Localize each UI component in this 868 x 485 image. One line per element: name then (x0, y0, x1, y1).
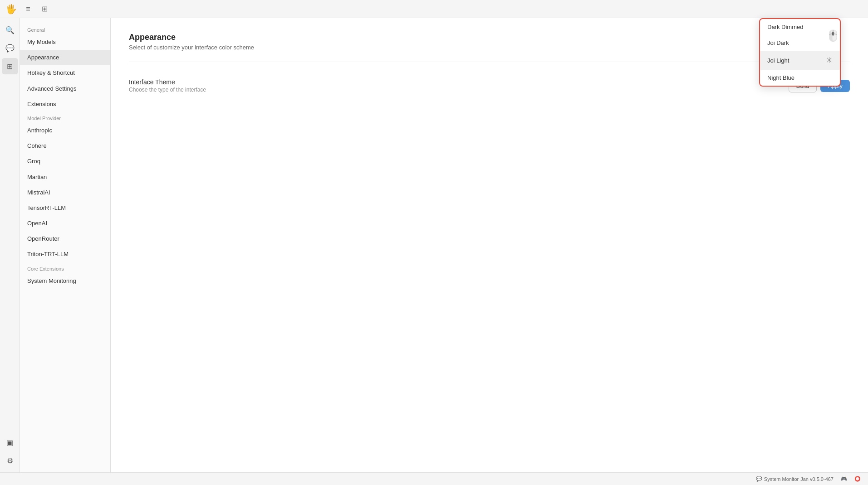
sidebar-item-anthropic[interactable]: Anthropic (20, 123, 110, 138)
statusbar: 💬 System Monitor Jan v0.5.0-467 🎮 ⭕ (0, 472, 868, 485)
layout-toggle-button[interactable]: ⊞ (40, 5, 49, 14)
dropdown-item-joi-dark[interactable]: Joi Dark (760, 35, 840, 51)
dropdown-item-night-blue[interactable]: Night Blue (760, 70, 840, 86)
appearance-desc: Select of customize your interface color… (129, 44, 850, 51)
monitor-label: System Monitor (764, 476, 799, 482)
cursor-indicator-icon: ✳ (826, 55, 833, 65)
sidebar-item-openrouter[interactable]: OpenRouter (20, 231, 110, 247)
menu-toggle-button[interactable]: ≡ (24, 5, 33, 14)
general-section-label: General (20, 24, 110, 34)
core-extensions-section-label: Core Extensions (20, 262, 110, 273)
dropdown-item-dark-dimmed[interactable]: Dark Dimmed (760, 19, 840, 35)
sidebar-item-system-monitoring[interactable]: System Monitoring (20, 273, 110, 289)
model-provider-section-label: Model Provider (20, 112, 110, 123)
titlebar: 🖐️ ≡ ⊞ (0, 0, 868, 18)
monitor-icon: 💬 (756, 476, 762, 482)
sidebar-item-mistralai[interactable]: MistralAI (20, 185, 110, 200)
github-status[interactable]: ⭕ (854, 476, 861, 482)
appearance-title: Appearance (129, 33, 850, 42)
sidebar-item-extensions[interactable]: Extensions (20, 97, 110, 112)
icon-rail: 🔍 💬 ⊞ ▣ ⚙ (0, 18, 20, 472)
main-container: 🔍 💬 ⊞ ▣ ⚙ General My Models Appearance H… (0, 18, 868, 472)
main-panel: Appearance Select of customize your inte… (111, 18, 868, 472)
sidebar: General My Models Appearance Hotkey & Sh… (20, 18, 111, 472)
sidebar-item-tensorrt[interactable]: TensorRT-LLM (20, 200, 110, 216)
discord-icon: 🎮 (841, 476, 847, 482)
sidebar-item-groq[interactable]: Groq (20, 154, 110, 169)
interface-theme-info: Interface Theme Choose the type of the i… (129, 78, 206, 93)
divider (129, 62, 850, 62)
discord-status[interactable]: 🎮 (841, 476, 847, 482)
sidebar-item-advanced-settings[interactable]: Advanced Settings (20, 81, 110, 97)
sidebar-item-triton[interactable]: Triton-TRT-LLM (20, 247, 110, 262)
dropdown-item-joi-light[interactable]: Joi Light ✳ (760, 51, 840, 70)
github-icon: ⭕ (854, 476, 861, 482)
grid-icon-button[interactable]: ⊞ (2, 58, 18, 74)
sidebar-item-appearance[interactable]: Appearance (20, 50, 110, 65)
interface-theme-row: Interface Theme Choose the type of the i… (129, 73, 850, 98)
sidebar-item-openai[interactable]: OpenAI (20, 216, 110, 231)
sidebar-item-cohere[interactable]: Cohere (20, 138, 110, 154)
interface-theme-sub: Choose the type of the interface (129, 87, 206, 93)
sidebar-item-martian[interactable]: Martian (20, 170, 110, 185)
search-icon-button[interactable]: 🔍 (2, 22, 18, 38)
settings-icon-button[interactable]: ⚙ (2, 452, 18, 469)
version-label: Jan v0.5.0-467 (800, 476, 834, 482)
system-monitor-status: 💬 System Monitor Jan v0.5.0-467 (756, 476, 834, 482)
sidebar-item-my-models[interactable]: My Models (20, 34, 110, 50)
theme-dropdown-menu[interactable]: Dark Dimmed Joi Dark Joi Light ✳ Night B… (759, 18, 841, 87)
interface-theme-label: Interface Theme (129, 78, 206, 86)
terminal-icon-button[interactable]: ▣ (2, 434, 18, 451)
chat-icon-button[interactable]: 💬 (2, 40, 18, 56)
app-logo: 🖐️ (5, 4, 16, 15)
sidebar-item-hotkey[interactable]: Hotkey & Shortcut (20, 65, 110, 81)
